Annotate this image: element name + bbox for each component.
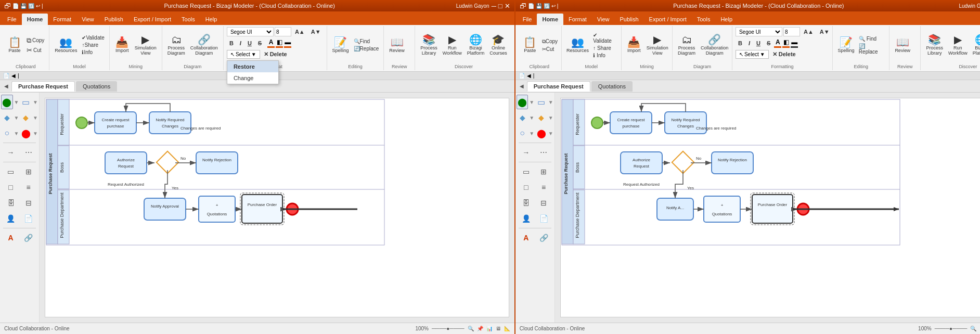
right-spelling-btn[interactable]: 📝 Spelling [836, 36, 856, 54]
right-fill-color-btn[interactable]: ◧ [782, 38, 790, 48]
left-restore-item[interactable]: Restore [227, 61, 278, 72]
right-tool-empty-rect[interactable]: □ [518, 180, 534, 195]
right-delete-btn[interactable]: ✕ Delete [770, 50, 798, 59]
right-run-workflow-btn[interactable]: ▶ RunWorkflow [946, 33, 970, 57]
right-tool-link[interactable]: 🔗 [535, 230, 552, 245]
right-validate-btn[interactable]: ✔ Validate [591, 32, 617, 44]
right-tool-circle-outline[interactable]: ○ [517, 126, 528, 140]
right-tool-diamond-yellow[interactable]: ◆ [535, 110, 547, 125]
right-tool-rect-outline[interactable]: ▭ [518, 164, 534, 179]
left-spelling-btn[interactable]: 📝 Spelling [330, 36, 351, 54]
right-subtab-quotations[interactable]: Quotations [591, 81, 633, 92]
right-italic-btn[interactable]: I [746, 39, 753, 47]
right-tool-cylinder2[interactable]: ⊟ [535, 196, 552, 210]
left-strikethrough-btn[interactable]: S [255, 39, 264, 47]
right-underline-btn[interactable]: U [754, 39, 763, 47]
left-tool-text[interactable]: A [3, 230, 19, 245]
left-process-diagram-btn[interactable]: 🗂 ProcessDiagram [165, 33, 187, 57]
right-tool-text[interactable]: A [518, 230, 534, 245]
right-tool-diamond-blue[interactable]: ◆ [517, 110, 528, 125]
left-tab-view[interactable]: View [76, 14, 99, 25]
left-tab-publish[interactable]: Publish [99, 14, 128, 25]
right-review-btn[interactable]: 📖 Review [893, 36, 912, 54]
right-tab-export-import[interactable]: Export / Import [644, 14, 692, 25]
left-find-btn[interactable]: 🔍 Find [352, 38, 381, 45]
left-tool-dots[interactable]: ⋯ [20, 145, 37, 160]
right-cut-btn[interactable]: ✂Cut [540, 46, 559, 53]
right-bizagi-platform-btn[interactable]: 🌐 BizagiPlatform [971, 33, 980, 57]
right-tool-list[interactable]: ≡ [535, 180, 552, 195]
left-line-color-btn[interactable]: ▬ [284, 38, 291, 48]
left-replace-btn[interactable]: 🔄 Replace [352, 45, 381, 52]
right-collab-diagram-btn[interactable]: 🔗 CollaborationDiagram [699, 33, 730, 57]
right-page-nav-prev[interactable]: ◀ [527, 73, 531, 79]
left-fill-color-btn[interactable]: ◧ [276, 38, 283, 48]
right-diagram-canvas[interactable]: Purchase Request Requester Boss Purchase… [555, 93, 980, 323]
left-nav-back[interactable]: ◀ [2, 82, 10, 90]
left-tool-cylinder2[interactable]: ⊟ [20, 196, 37, 210]
right-resources-btn[interactable]: 👥 Resources [565, 36, 591, 54]
right-font-size[interactable] [783, 27, 800, 36]
left-tool-rect-outline[interactable]: ▭ [3, 164, 19, 179]
left-validate-btn[interactable]: ✔ Validate [80, 34, 106, 41]
left-resources-btn[interactable]: 👥 Resources [53, 36, 79, 54]
left-share-btn[interactable]: ↑ Share [80, 42, 106, 48]
right-bold-btn[interactable]: B [736, 39, 745, 47]
right-import-btn[interactable]: 📥 Import [625, 36, 643, 54]
left-max-btn[interactable]: □ [498, 2, 502, 10]
left-tab-home[interactable]: Home [22, 14, 48, 25]
left-font-size[interactable] [275, 27, 291, 36]
right-share-btn[interactable]: ↑ Share [591, 45, 617, 52]
left-tool-cylinder[interactable]: 🗄 [3, 196, 19, 210]
right-tool-person[interactable]: 👤 [518, 211, 534, 226]
left-tab-export-import[interactable]: Export / Import [128, 14, 176, 25]
left-zoom-slider[interactable]: ────●──── [432, 326, 465, 331]
left-online-courses-btn[interactable]: 🎓 OnlineCourses [487, 33, 509, 57]
right-tab-format[interactable]: Format [563, 14, 592, 25]
left-tab-tools[interactable]: Tools [176, 14, 200, 25]
left-tool-person[interactable]: 👤 [3, 211, 19, 226]
left-diagram-canvas[interactable]: Purchase Request Requester Boss Purchase… [40, 93, 514, 323]
right-process-diagram-btn[interactable]: 🗂 ProcessDiagram [676, 33, 698, 57]
right-copy-btn[interactable]: ⧉Copy [540, 38, 559, 45]
left-paste-btn[interactable]: 📋 Paste [5, 36, 24, 54]
right-tool-circle-red[interactable]: ⬤ [535, 126, 547, 140]
left-tab-file[interactable]: File [2, 14, 22, 25]
right-tool-cylinder[interactable]: 🗄 [518, 196, 534, 210]
left-bizagi-platform-btn[interactable]: 🌐 BizagiPlatform [465, 33, 487, 57]
right-simulation-btn[interactable]: ▶ SimulationView [644, 33, 670, 57]
left-tool-arrow-right[interactable]: → [3, 145, 19, 160]
left-collab-diagram-btn[interactable]: 🔗 CollaborationDiagram [188, 33, 220, 57]
left-page-nav-prev[interactable]: ◀ [11, 73, 16, 79]
right-tab-view[interactable]: View [592, 14, 615, 25]
left-subtab-purchase-request[interactable]: Purchase Request [11, 81, 75, 92]
right-font-grow-btn[interactable]: A▲ [801, 28, 816, 36]
left-cut-btn[interactable]: ✂Cut [25, 46, 46, 55]
right-tab-help[interactable]: Help [715, 14, 738, 25]
left-tool-circle-green[interactable]: ⬤ [1, 95, 13, 109]
right-tab-publish[interactable]: Publish [615, 14, 644, 25]
right-font-shrink-btn[interactable]: A▼ [817, 28, 832, 36]
right-tool-grid[interactable]: ⊞ [535, 164, 552, 179]
right-font-select[interactable]: Segoe UI [736, 27, 782, 36]
right-find-btn[interactable]: 🔍 Find [857, 35, 886, 42]
left-subtab-quotations[interactable]: Quotations [76, 81, 117, 92]
left-tool-diamond-yellow[interactable]: ◆ [20, 110, 32, 125]
left-import-btn[interactable]: 📥 Import [113, 36, 132, 54]
right-tool-arrow[interactable]: → [518, 145, 534, 160]
left-font-color-btn[interactable]: A [267, 38, 275, 48]
right-zoom-slider[interactable]: ────●──── [935, 326, 968, 331]
left-close-btn[interactable]: ✕ [505, 2, 510, 10]
left-font-grow-btn[interactable]: A▲ [292, 28, 307, 36]
left-min-btn[interactable]: ─ [492, 2, 496, 10]
left-tool-rect[interactable]: ▭ [20, 95, 32, 109]
right-subtab-purchase-request[interactable]: Purchase Request [527, 81, 590, 92]
right-tab-tools[interactable]: Tools [692, 14, 716, 25]
left-tool-circle-outline[interactable]: ○ [1, 126, 13, 140]
left-copy-btn[interactable]: ⧉Copy [25, 36, 46, 45]
left-process-library-btn[interactable]: 📚 ProcessLibrary [418, 33, 440, 57]
right-nav-back[interactable]: ◀ [518, 82, 526, 90]
right-tool-note[interactable]: 📄 [535, 211, 552, 226]
left-change-item[interactable]: Change [227, 72, 278, 84]
left-font-select[interactable]: Segoe UI [227, 27, 274, 36]
